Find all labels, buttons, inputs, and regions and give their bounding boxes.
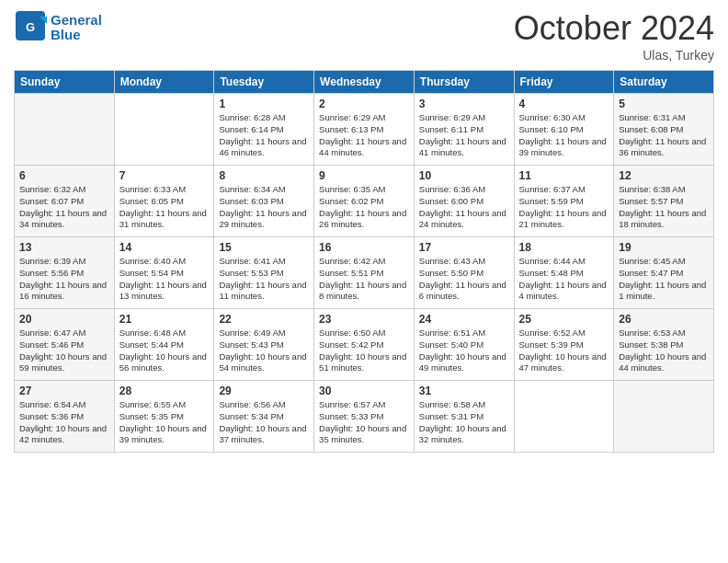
day-info: Sunrise: 6:45 AMSunset: 5:47 PMDaylight:… bbox=[619, 256, 709, 303]
day-info: Sunrise: 6:40 AMSunset: 5:54 PMDaylight:… bbox=[119, 256, 210, 303]
calendar-cell: 28Sunrise: 6:55 AMSunset: 5:35 PMDayligh… bbox=[114, 381, 214, 453]
calendar-table: SundayMondayTuesdayWednesdayThursdayFrid… bbox=[14, 70, 714, 453]
calendar-cell: 31Sunrise: 6:58 AMSunset: 5:31 PMDayligh… bbox=[414, 381, 514, 453]
day-info: Sunrise: 6:36 AMSunset: 6:00 PMDaylight:… bbox=[419, 184, 509, 231]
day-number: 30 bbox=[319, 385, 409, 397]
day-info: Sunrise: 6:32 AMSunset: 6:07 PMDaylight:… bbox=[19, 184, 109, 231]
day-info: Sunrise: 6:50 AMSunset: 5:42 PMDaylight:… bbox=[319, 327, 409, 374]
day-number: 14 bbox=[119, 241, 210, 254]
calendar-cell: 10Sunrise: 6:36 AMSunset: 6:00 PMDayligh… bbox=[414, 166, 514, 237]
calendar-cell: 6Sunrise: 6:32 AMSunset: 6:07 PMDaylight… bbox=[15, 166, 115, 237]
logo-blue: Blue bbox=[51, 28, 102, 43]
weekday-header-sunday: Sunday bbox=[15, 71, 115, 94]
day-number: 7 bbox=[119, 169, 210, 182]
day-info: Sunrise: 6:48 AMSunset: 5:44 PMDaylight:… bbox=[119, 327, 210, 374]
logo-general: General bbox=[51, 13, 102, 29]
calendar-cell: 13Sunrise: 6:39 AMSunset: 5:56 PMDayligh… bbox=[15, 237, 115, 309]
title-block: October 2024 Ulas, Turkey bbox=[514, 9, 714, 63]
day-info: Sunrise: 6:53 AMSunset: 5:38 PMDaylight:… bbox=[619, 327, 709, 374]
day-number: 18 bbox=[519, 241, 609, 254]
day-info: Sunrise: 6:33 AMSunset: 6:05 PMDaylight:… bbox=[119, 184, 210, 231]
calendar-cell: 25Sunrise: 6:52 AMSunset: 5:39 PMDayligh… bbox=[514, 309, 614, 381]
day-info: Sunrise: 6:37 AMSunset: 5:59 PMDaylight:… bbox=[519, 184, 609, 231]
day-info: Sunrise: 6:54 AMSunset: 5:36 PMDaylight:… bbox=[19, 399, 109, 446]
day-info: Sunrise: 6:42 AMSunset: 5:51 PMDaylight:… bbox=[319, 256, 409, 303]
day-info: Sunrise: 6:55 AMSunset: 5:35 PMDaylight:… bbox=[119, 399, 210, 446]
day-info: Sunrise: 6:38 AMSunset: 5:57 PMDaylight:… bbox=[619, 184, 709, 231]
day-info: Sunrise: 6:28 AMSunset: 6:14 PMDaylight:… bbox=[219, 112, 309, 159]
day-info: Sunrise: 6:35 AMSunset: 6:02 PMDaylight:… bbox=[319, 184, 409, 231]
day-info: Sunrise: 6:51 AMSunset: 5:40 PMDaylight:… bbox=[419, 327, 509, 374]
day-info: Sunrise: 6:29 AMSunset: 6:13 PMDaylight:… bbox=[319, 112, 409, 159]
day-number: 17 bbox=[419, 241, 509, 254]
day-info: Sunrise: 6:57 AMSunset: 5:33 PMDaylight:… bbox=[319, 399, 409, 446]
day-number: 26 bbox=[619, 313, 709, 326]
day-number: 3 bbox=[419, 98, 509, 110]
day-number: 31 bbox=[419, 385, 509, 397]
day-info: Sunrise: 6:41 AMSunset: 5:53 PMDaylight:… bbox=[219, 256, 309, 303]
day-info: Sunrise: 6:58 AMSunset: 5:31 PMDaylight:… bbox=[419, 399, 509, 446]
logo-icon: G bbox=[14, 9, 47, 42]
day-number: 29 bbox=[219, 385, 309, 397]
day-number: 25 bbox=[519, 313, 609, 326]
calendar-cell: 5Sunrise: 6:31 AMSunset: 6:08 PMDaylight… bbox=[614, 94, 714, 166]
weekday-header-friday: Friday bbox=[514, 71, 614, 94]
day-info: Sunrise: 6:47 AMSunset: 5:46 PMDaylight:… bbox=[19, 327, 109, 374]
weekday-header-thursday: Thursday bbox=[414, 71, 514, 94]
day-info: Sunrise: 6:31 AMSunset: 6:08 PMDaylight:… bbox=[619, 112, 709, 159]
day-info: Sunrise: 6:52 AMSunset: 5:39 PMDaylight:… bbox=[519, 327, 609, 374]
calendar-cell bbox=[614, 381, 714, 453]
weekday-header-row: SundayMondayTuesdayWednesdayThursdayFrid… bbox=[15, 71, 714, 94]
day-number: 16 bbox=[319, 241, 409, 254]
calendar-page: G General Blue October 2024 Ulas, Turkey… bbox=[0, 0, 728, 563]
day-number: 8 bbox=[219, 169, 309, 182]
day-number: 22 bbox=[219, 313, 309, 326]
calendar-cell: 20Sunrise: 6:47 AMSunset: 5:46 PMDayligh… bbox=[15, 309, 115, 381]
calendar-cell: 14Sunrise: 6:40 AMSunset: 5:54 PMDayligh… bbox=[114, 237, 214, 309]
day-info: Sunrise: 6:43 AMSunset: 5:50 PMDaylight:… bbox=[419, 256, 509, 303]
day-number: 11 bbox=[519, 169, 609, 182]
day-number: 12 bbox=[619, 169, 709, 182]
calendar-cell: 23Sunrise: 6:50 AMSunset: 5:42 PMDayligh… bbox=[314, 309, 415, 381]
week-row-4: 20Sunrise: 6:47 AMSunset: 5:46 PMDayligh… bbox=[15, 309, 714, 381]
calendar-cell: 11Sunrise: 6:37 AMSunset: 5:59 PMDayligh… bbox=[514, 166, 614, 237]
calendar-cell: 19Sunrise: 6:45 AMSunset: 5:47 PMDayligh… bbox=[614, 237, 714, 309]
month-title: October 2024 bbox=[514, 9, 714, 48]
calendar-cell: 2Sunrise: 6:29 AMSunset: 6:13 PMDaylight… bbox=[314, 94, 415, 166]
week-row-5: 27Sunrise: 6:54 AMSunset: 5:36 PMDayligh… bbox=[15, 381, 714, 453]
day-number: 1 bbox=[219, 98, 309, 110]
weekday-header-monday: Monday bbox=[114, 71, 214, 94]
weekday-header-wednesday: Wednesday bbox=[314, 71, 415, 94]
day-info: Sunrise: 6:56 AMSunset: 5:34 PMDaylight:… bbox=[219, 399, 309, 446]
calendar-cell: 30Sunrise: 6:57 AMSunset: 5:33 PMDayligh… bbox=[314, 381, 415, 453]
weekday-header-tuesday: Tuesday bbox=[214, 71, 314, 94]
calendar-cell: 26Sunrise: 6:53 AMSunset: 5:38 PMDayligh… bbox=[614, 309, 714, 381]
location-subtitle: Ulas, Turkey bbox=[514, 48, 714, 63]
calendar-cell: 3Sunrise: 6:29 AMSunset: 6:11 PMDaylight… bbox=[414, 94, 514, 166]
calendar-cell bbox=[114, 94, 214, 166]
day-number: 21 bbox=[119, 313, 210, 326]
calendar-cell: 4Sunrise: 6:30 AMSunset: 6:10 PMDaylight… bbox=[514, 94, 614, 166]
calendar-cell: 21Sunrise: 6:48 AMSunset: 5:44 PMDayligh… bbox=[114, 309, 214, 381]
header: G General Blue October 2024 Ulas, Turkey bbox=[14, 9, 714, 63]
day-number: 19 bbox=[619, 241, 709, 254]
calendar-cell: 29Sunrise: 6:56 AMSunset: 5:34 PMDayligh… bbox=[214, 381, 314, 453]
calendar-cell: 12Sunrise: 6:38 AMSunset: 5:57 PMDayligh… bbox=[614, 166, 714, 237]
calendar-cell: 24Sunrise: 6:51 AMSunset: 5:40 PMDayligh… bbox=[414, 309, 514, 381]
logo: G General Blue bbox=[14, 9, 102, 46]
calendar-cell: 18Sunrise: 6:44 AMSunset: 5:48 PMDayligh… bbox=[514, 237, 614, 309]
day-number: 6 bbox=[19, 169, 109, 182]
calendar-cell: 1Sunrise: 6:28 AMSunset: 6:14 PMDaylight… bbox=[214, 94, 314, 166]
week-row-3: 13Sunrise: 6:39 AMSunset: 5:56 PMDayligh… bbox=[15, 237, 714, 309]
day-info: Sunrise: 6:44 AMSunset: 5:48 PMDaylight:… bbox=[519, 256, 609, 303]
calendar-cell: 9Sunrise: 6:35 AMSunset: 6:02 PMDaylight… bbox=[314, 166, 415, 237]
calendar-cell: 8Sunrise: 6:34 AMSunset: 6:03 PMDaylight… bbox=[214, 166, 314, 237]
week-row-1: 1Sunrise: 6:28 AMSunset: 6:14 PMDaylight… bbox=[15, 94, 714, 166]
calendar-cell: 27Sunrise: 6:54 AMSunset: 5:36 PMDayligh… bbox=[15, 381, 115, 453]
svg-text:G: G bbox=[26, 20, 35, 34]
calendar-cell bbox=[15, 94, 115, 166]
day-number: 9 bbox=[319, 169, 409, 182]
day-number: 2 bbox=[319, 98, 409, 110]
week-row-2: 6Sunrise: 6:32 AMSunset: 6:07 PMDaylight… bbox=[15, 166, 714, 237]
day-number: 4 bbox=[519, 98, 609, 110]
